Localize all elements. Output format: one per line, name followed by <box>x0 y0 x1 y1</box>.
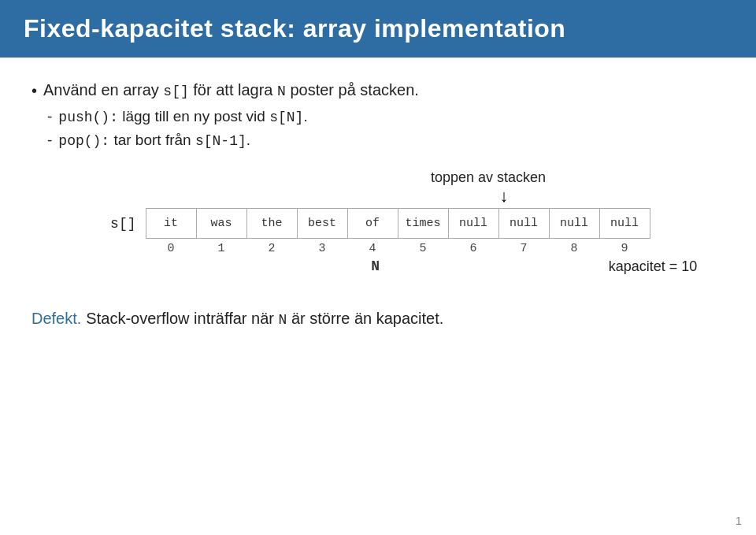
array-table: it was the best of times null null null … <box>146 208 650 239</box>
cell-3: best <box>297 209 347 239</box>
code-sN1: s[N-1] <box>195 133 246 149</box>
cell-4: of <box>347 209 398 239</box>
code-pop: pop(): <box>58 133 109 149</box>
defekt-word: Defekt. <box>32 310 81 328</box>
cell-2: the <box>246 209 297 239</box>
index-4: 4 <box>347 242 398 255</box>
index-row-wrapper: 0 1 2 3 4 5 6 7 8 9 <box>106 242 650 255</box>
array-row: s[] it was the best of times null null n… <box>106 208 650 239</box>
page-number: 1 <box>736 514 742 527</box>
kapacitet-label: kapacitet = 10 <box>609 258 698 275</box>
sub-text-push: push(): lägg till en ny post vid s[N]. <box>58 108 307 125</box>
defekt-text: Stack-overflow inträffar när N är större… <box>86 310 443 328</box>
index-1: 1 <box>196 242 246 255</box>
array-cells-row: it was the best of times null null null … <box>146 209 650 239</box>
slide-content: • Använd en array s[] för att lagra N po… <box>0 58 756 535</box>
index-8: 8 <box>549 242 599 255</box>
index-2: 2 <box>246 242 297 255</box>
index-0: 0 <box>146 242 196 255</box>
sub-text-pop: pop(): tar bort från s[N-1]. <box>58 132 250 149</box>
cell-1: was <box>196 209 246 239</box>
bullet-dot-1: • <box>32 82 37 100</box>
sub-dash-1: - <box>47 108 52 125</box>
sub-item-push: - push(): lägg till en ny post vid s[N]. <box>47 108 724 125</box>
sub-item-pop: - pop(): tar bort från s[N-1]. <box>47 132 724 149</box>
sub-dash-2: - <box>47 132 52 149</box>
bullet-item-1: • Använd en array s[] för att lagra N po… <box>32 81 724 100</box>
toppen-label: toppen av stacken <box>431 169 546 186</box>
arrow-down-icon: ↓ <box>447 186 561 206</box>
cell-8: null <box>549 209 599 239</box>
bullet-text-1: Använd en array s[] för att lagra N post… <box>43 81 419 99</box>
defekt-line: Defekt. Stack-overflow inträffar när N ä… <box>32 310 724 328</box>
code-N-defekt: N <box>279 312 287 328</box>
n-label: N <box>350 258 401 274</box>
code-push: push(): <box>58 110 118 125</box>
index-6: 6 <box>448 242 498 255</box>
index-5: 5 <box>398 242 448 255</box>
slide-header: Fixed-kapacitet stack: array implementat… <box>0 0 756 58</box>
s-label: s[] <box>106 216 146 232</box>
index-7: 7 <box>498 242 549 255</box>
index-9: 9 <box>599 242 650 255</box>
diagram-area: toppen av stacken ↓ s[] it was the best … <box>32 169 724 275</box>
cell-7: null <box>498 209 549 239</box>
slide-title: Fixed-kapacitet stack: array implementat… <box>24 14 565 43</box>
cell-9: null <box>599 209 650 239</box>
index-3: 3 <box>297 242 347 255</box>
slide: Fixed-kapacitet stack: array implementat… <box>0 0 756 535</box>
n-row: N kapacitet = 10 <box>59 258 698 275</box>
code-N: N <box>277 84 286 99</box>
cell-6: null <box>448 209 498 239</box>
cell-0: it <box>146 209 196 239</box>
cell-5: times <box>398 209 448 239</box>
index-row: 0 1 2 3 4 5 6 7 8 9 <box>146 242 650 255</box>
code-s-array: s[] <box>163 84 188 99</box>
code-sN: s[N] <box>269 110 303 125</box>
